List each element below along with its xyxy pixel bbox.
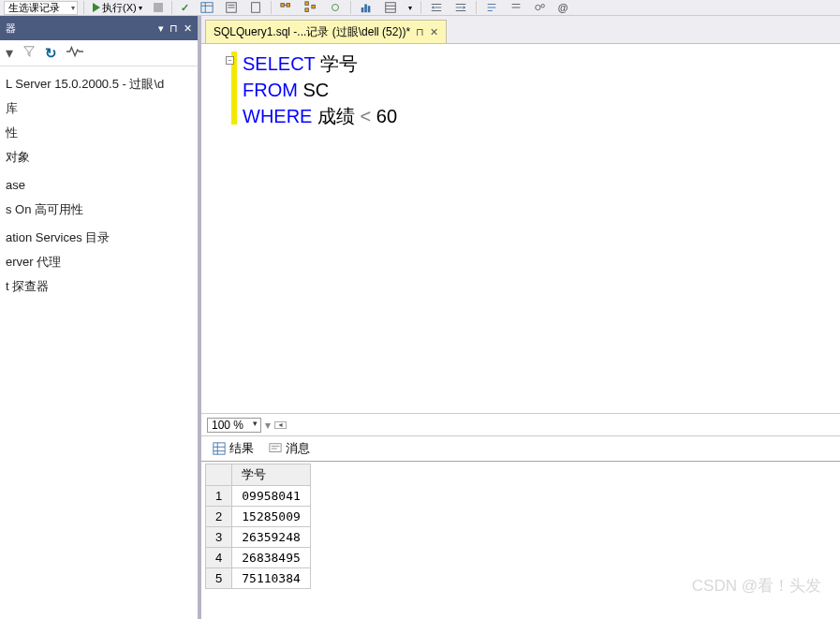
zoom-bar: 100 % ▾ ◄ [201, 413, 840, 435]
tree-node[interactable]: ation Services 目录 [4, 226, 194, 250]
at-icon[interactable]: @ [555, 1, 571, 15]
toolbar-separator [476, 1, 477, 14]
document-tabbar: SQLQuery1.sql -...记录 (过眼\dell (52))* ⊓ ✕ [201, 16, 840, 43]
filter-icon[interactable] [22, 45, 36, 62]
database-combo[interactable]: 生选课记录 [4, 1, 78, 15]
row-header[interactable]: 1 [206, 486, 232, 507]
toolbar-separator [350, 1, 351, 14]
plan3-icon[interactable] [326, 1, 345, 15]
uncomment-icon[interactable] [507, 1, 525, 15]
close-icon[interactable]: ✕ [430, 26, 438, 38]
grid-result-icon[interactable] [198, 1, 216, 15]
object-tree[interactable]: L Server 15.0.2000.5 - 过眼\d 库 性 对象 ase s… [0, 66, 198, 304]
tree-node[interactable]: erver 代理 [4, 250, 194, 274]
execute-label: 执行(X) [102, 1, 137, 15]
plan-icon[interactable] [277, 1, 296, 15]
misc-icon[interactable] [531, 1, 550, 15]
table-row[interactable]: 2 15285009 [206, 507, 311, 527]
zoom-slider-icon[interactable]: ▾ [265, 419, 271, 432]
cell[interactable]: 09958041 [232, 486, 311, 507]
document-tab[interactable]: SQLQuery1.sql -...记录 (过眼\dell (52))* ⊓ ✕ [205, 20, 447, 43]
svg-rect-12 [312, 5, 316, 8]
refresh-icon[interactable]: ↻ [45, 45, 57, 62]
refresh-icon[interactable]: ▾ [405, 1, 415, 15]
svg-rect-7 [281, 4, 285, 7]
sidebar-toolbar: ▾ ↻ [0, 40, 198, 66]
tab-messages[interactable]: 消息 [263, 438, 316, 459]
connect-icon[interactable]: ▾ [6, 44, 13, 62]
row-header[interactable]: 5 [206, 568, 232, 589]
cell[interactable]: 26359248 [232, 527, 311, 548]
dropdown-icon[interactable]: ▾ [158, 22, 164, 35]
header-title: 器 [6, 22, 16, 36]
pin-icon[interactable]: ⊓ [169, 22, 178, 35]
tree-node[interactable]: t 探查器 [4, 274, 194, 299]
svg-rect-11 [305, 8, 309, 12]
tab-title: SQLQuery1.sql -...记录 (过眼\dell (52))* [214, 24, 410, 40]
code-token: SC [298, 80, 329, 100]
server-node[interactable]: L Server 15.0.2000.5 - 过眼\d [4, 72, 194, 96]
row-header[interactable]: 4 [206, 548, 232, 568]
object-explorer: 器 ▾ ⊓ ✕ ▾ ↻ L Server 15.0.2000.5 - 过眼\d … [0, 16, 201, 619]
check-icon: ✓ [181, 2, 189, 14]
svg-point-13 [332, 5, 338, 11]
cell[interactable]: 15285009 [232, 507, 311, 527]
editor-gutter: − [201, 44, 237, 413]
cell[interactable]: 75110384 [232, 568, 311, 589]
svg-rect-14 [361, 7, 363, 12]
row-header[interactable]: 2 [206, 507, 232, 527]
parse-button[interactable]: ✓ [178, 1, 192, 15]
stats2-icon[interactable] [381, 1, 400, 15]
sql-editor[interactable]: − SELECT 学号 FROM SC WHERE 成绩 < 60 [201, 43, 840, 413]
table-row[interactable]: 1 09958041 [206, 486, 311, 507]
svg-point-31 [535, 5, 539, 9]
code-text[interactable]: SELECT 学号 FROM SC WHERE 成绩 < 60 [237, 44, 397, 413]
message-icon [269, 442, 282, 455]
indent-icon[interactable] [427, 1, 446, 15]
table-row[interactable]: 4 26838495 [206, 548, 311, 568]
results-grid[interactable]: 学号 1 09958041 2 15285009 3 26359248 4 26… [201, 462, 840, 619]
tab-results[interactable]: 结果 [207, 438, 259, 459]
execute-button[interactable]: 执行(X) ▾ [90, 1, 145, 15]
result-tabbar: 结果 消息 [201, 435, 840, 462]
tree-node[interactable]: s On 高可用性 [4, 198, 194, 222]
tab-label: 结果 [229, 440, 254, 457]
cell[interactable]: 26838495 [232, 548, 311, 568]
svg-rect-8 [287, 4, 290, 7]
editor-area: SQLQuery1.sql -...记录 (过眼\dell (52))* ⊓ ✕… [201, 16, 840, 619]
plan2-icon[interactable] [302, 1, 320, 15]
collapse-toggle[interactable]: − [226, 56, 234, 65]
stop-button[interactable] [151, 1, 166, 15]
tree-node[interactable]: 性 [4, 121, 194, 145]
code-token: 成绩 [312, 106, 360, 126]
grid-icon [213, 442, 226, 455]
tree-node[interactable]: 库 [4, 96, 194, 121]
pin-icon[interactable]: ⊓ [416, 26, 424, 38]
comment-icon[interactable] [482, 1, 501, 15]
table-row[interactable]: 3 26359248 [206, 527, 311, 548]
file-result-icon[interactable] [246, 1, 265, 15]
svg-rect-16 [367, 6, 370, 12]
svg-rect-6 [251, 3, 259, 13]
row-header[interactable]: 3 [206, 527, 232, 548]
sidebar-header: 器 ▾ ⊓ ✕ [0, 16, 198, 40]
keyword: SELECT [243, 53, 315, 74]
table-row[interactable]: 5 75110384 [206, 568, 311, 589]
stats-icon[interactable] [357, 1, 376, 15]
outdent-icon[interactable] [451, 1, 470, 15]
code-token: 60 [371, 106, 397, 126]
activity-icon[interactable] [66, 45, 83, 62]
close-icon[interactable]: ✕ [184, 22, 192, 35]
play-icon [93, 3, 100, 12]
text-result-icon[interactable] [222, 1, 241, 15]
tree-node[interactable]: ase [4, 173, 194, 198]
column-header[interactable]: 学号 [232, 464, 311, 486]
svg-rect-0 [201, 3, 213, 13]
toolbar-separator [171, 1, 172, 14]
svg-rect-37 [270, 444, 281, 452]
tree-node[interactable]: 对象 [4, 145, 194, 169]
grid-corner[interactable] [206, 464, 232, 486]
nav-arrows[interactable]: ◄ [274, 421, 287, 429]
zoom-combo[interactable]: 100 % [207, 418, 261, 433]
toolbar-separator [420, 1, 421, 14]
